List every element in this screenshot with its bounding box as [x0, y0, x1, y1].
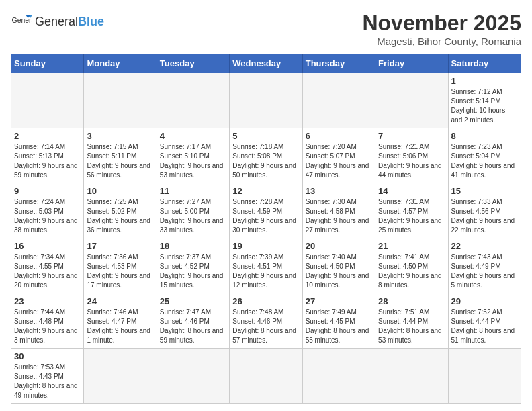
- calendar-cell: [157, 349, 229, 404]
- calendar-cell: 11Sunrise: 7:27 AM Sunset: 5:00 PM Dayli…: [157, 183, 229, 238]
- day-number: 25: [160, 296, 226, 306]
- calendar-cell: [230, 73, 302, 128]
- day-info: Sunrise: 7:47 AM Sunset: 4:46 PM Dayligh…: [160, 308, 226, 345]
- day-info: Sunrise: 7:17 AM Sunset: 5:10 PM Dayligh…: [160, 142, 226, 180]
- calendar-cell: 30Sunrise: 7:53 AM Sunset: 4:43 PM Dayli…: [11, 349, 84, 404]
- week-row-4: 16Sunrise: 7:34 AM Sunset: 4:55 PM Dayli…: [11, 238, 521, 293]
- calendar-cell: 23Sunrise: 7:44 AM Sunset: 4:48 PM Dayli…: [11, 293, 84, 349]
- day-info: Sunrise: 7:23 AM Sunset: 5:04 PM Dayligh…: [451, 142, 518, 180]
- weekday-header-sunday: Sunday: [11, 54, 84, 73]
- calendar-cell: [230, 349, 302, 404]
- week-row-2: 2Sunrise: 7:14 AM Sunset: 5:13 PM Daylig…: [11, 128, 521, 183]
- calendar-cell: 8Sunrise: 7:23 AM Sunset: 5:04 PM Daylig…: [448, 128, 521, 183]
- day-number: 13: [306, 186, 372, 196]
- weekday-header-saturday: Saturday: [448, 54, 521, 73]
- day-number: 10: [87, 186, 153, 196]
- day-info: Sunrise: 7:36 AM Sunset: 4:53 PM Dayligh…: [87, 253, 153, 290]
- weekday-header-tuesday: Tuesday: [157, 54, 229, 73]
- calendar-cell: 10Sunrise: 7:25 AM Sunset: 5:02 PM Dayli…: [84, 183, 157, 238]
- calendar-cell: 25Sunrise: 7:47 AM Sunset: 4:46 PM Dayli…: [157, 293, 229, 349]
- calendar-cell: 2Sunrise: 7:14 AM Sunset: 5:13 PM Daylig…: [11, 128, 84, 183]
- day-info: Sunrise: 7:20 AM Sunset: 5:07 PM Dayligh…: [306, 142, 372, 180]
- day-number: 30: [14, 351, 81, 361]
- day-info: Sunrise: 7:15 AM Sunset: 5:11 PM Dayligh…: [87, 142, 153, 180]
- day-info: Sunrise: 7:43 AM Sunset: 4:49 PM Dayligh…: [451, 253, 518, 290]
- calendar-cell: 26Sunrise: 7:48 AM Sunset: 4:46 PM Dayli…: [230, 293, 302, 349]
- calendar-cell: 16Sunrise: 7:34 AM Sunset: 4:55 PM Dayli…: [11, 238, 84, 293]
- day-number: 22: [451, 241, 518, 251]
- calendar-cell: [375, 349, 448, 404]
- calendar-cell: 18Sunrise: 7:37 AM Sunset: 4:52 PM Dayli…: [157, 238, 229, 293]
- day-info: Sunrise: 7:27 AM Sunset: 5:00 PM Dayligh…: [160, 197, 226, 235]
- day-info: Sunrise: 7:31 AM Sunset: 4:57 PM Dayligh…: [378, 197, 445, 235]
- day-info: Sunrise: 7:51 AM Sunset: 4:44 PM Dayligh…: [378, 308, 445, 345]
- calendar-cell: [302, 349, 375, 404]
- day-info: Sunrise: 7:24 AM Sunset: 5:03 PM Dayligh…: [14, 197, 81, 235]
- day-number: 6: [306, 131, 372, 141]
- day-info: Sunrise: 7:40 AM Sunset: 4:50 PM Dayligh…: [306, 253, 372, 290]
- day-number: 5: [232, 131, 299, 141]
- calendar-cell: [375, 73, 448, 128]
- calendar-table: SundayMondayTuesdayWednesdayThursdayFrid…: [11, 54, 521, 404]
- day-info: Sunrise: 7:46 AM Sunset: 4:47 PM Dayligh…: [87, 308, 153, 345]
- day-info: Sunrise: 7:33 AM Sunset: 4:56 PM Dayligh…: [451, 197, 518, 235]
- day-number: 16: [14, 241, 81, 251]
- day-number: 23: [14, 296, 81, 306]
- day-number: 20: [306, 241, 372, 251]
- day-number: 9: [14, 186, 81, 196]
- day-number: 28: [378, 296, 445, 306]
- day-info: Sunrise: 7:52 AM Sunset: 4:44 PM Dayligh…: [451, 308, 518, 345]
- calendar-cell: 6Sunrise: 7:20 AM Sunset: 5:07 PM Daylig…: [302, 128, 375, 183]
- calendar-cell: 28Sunrise: 7:51 AM Sunset: 4:44 PM Dayli…: [375, 293, 448, 349]
- week-row-5: 23Sunrise: 7:44 AM Sunset: 4:48 PM Dayli…: [11, 293, 521, 349]
- calendar-cell: 1Sunrise: 7:12 AM Sunset: 5:14 PM Daylig…: [448, 73, 521, 128]
- calendar-cell: 20Sunrise: 7:40 AM Sunset: 4:50 PM Dayli…: [302, 238, 375, 293]
- week-row-1: 1Sunrise: 7:12 AM Sunset: 5:14 PM Daylig…: [11, 73, 521, 128]
- day-info: Sunrise: 7:18 AM Sunset: 5:08 PM Dayligh…: [232, 142, 299, 180]
- day-number: 4: [160, 131, 226, 141]
- day-number: 11: [160, 186, 226, 196]
- day-info: Sunrise: 7:25 AM Sunset: 5:02 PM Dayligh…: [87, 197, 153, 235]
- day-info: Sunrise: 7:34 AM Sunset: 4:55 PM Dayligh…: [14, 253, 81, 290]
- day-number: 21: [378, 241, 445, 251]
- day-number: 12: [232, 186, 299, 196]
- calendar-cell: [448, 349, 521, 404]
- day-number: 26: [232, 296, 299, 306]
- calendar-cell: 17Sunrise: 7:36 AM Sunset: 4:53 PM Dayli…: [84, 238, 157, 293]
- week-row-3: 9Sunrise: 7:24 AM Sunset: 5:03 PM Daylig…: [11, 183, 521, 238]
- day-number: 8: [451, 131, 518, 141]
- day-info: Sunrise: 7:12 AM Sunset: 5:14 PM Dayligh…: [451, 87, 518, 125]
- day-info: Sunrise: 7:48 AM Sunset: 4:46 PM Dayligh…: [232, 308, 299, 345]
- calendar-cell: [11, 73, 84, 128]
- week-row-6: 30Sunrise: 7:53 AM Sunset: 4:43 PM Dayli…: [11, 349, 521, 404]
- svg-text:General: General: [12, 17, 32, 24]
- day-number: 17: [87, 241, 153, 251]
- day-number: 18: [160, 241, 226, 251]
- day-info: Sunrise: 7:28 AM Sunset: 4:59 PM Dayligh…: [232, 197, 299, 235]
- day-info: Sunrise: 7:41 AM Sunset: 4:50 PM Dayligh…: [378, 253, 445, 290]
- day-number: 19: [232, 241, 299, 251]
- calendar-cell: 5Sunrise: 7:18 AM Sunset: 5:08 PM Daylig…: [230, 128, 302, 183]
- weekday-header-friday: Friday: [375, 54, 448, 73]
- calendar-cell: [302, 73, 375, 128]
- weekday-header-wednesday: Wednesday: [230, 54, 302, 73]
- day-info: Sunrise: 7:14 AM Sunset: 5:13 PM Dayligh…: [14, 142, 81, 180]
- day-info: Sunrise: 7:21 AM Sunset: 5:06 PM Dayligh…: [378, 142, 445, 180]
- weekday-header-row: SundayMondayTuesdayWednesdayThursdayFrid…: [11, 54, 521, 73]
- month-title: November 2025: [362, 11, 521, 36]
- day-info: Sunrise: 7:39 AM Sunset: 4:51 PM Dayligh…: [232, 253, 299, 290]
- logo-icon: General: [11, 11, 32, 32]
- day-info: Sunrise: 7:44 AM Sunset: 4:48 PM Dayligh…: [14, 308, 81, 345]
- calendar-cell: 21Sunrise: 7:41 AM Sunset: 4:50 PM Dayli…: [375, 238, 448, 293]
- logo-text: GeneralBlue: [35, 15, 104, 28]
- calendar-cell: [84, 349, 157, 404]
- calendar-cell: 27Sunrise: 7:49 AM Sunset: 4:45 PM Dayli…: [302, 293, 375, 349]
- calendar-cell: 12Sunrise: 7:28 AM Sunset: 4:59 PM Dayli…: [230, 183, 302, 238]
- calendar-cell: 9Sunrise: 7:24 AM Sunset: 5:03 PM Daylig…: [11, 183, 84, 238]
- calendar-cell: 4Sunrise: 7:17 AM Sunset: 5:10 PM Daylig…: [157, 128, 229, 183]
- location-subtitle: Magesti, Bihor County, Romania: [362, 36, 521, 47]
- calendar-cell: [157, 73, 229, 128]
- day-info: Sunrise: 7:53 AM Sunset: 4:43 PM Dayligh…: [14, 363, 81, 400]
- logo: General GeneralBlue: [11, 11, 104, 32]
- day-info: Sunrise: 7:49 AM Sunset: 4:45 PM Dayligh…: [306, 308, 372, 345]
